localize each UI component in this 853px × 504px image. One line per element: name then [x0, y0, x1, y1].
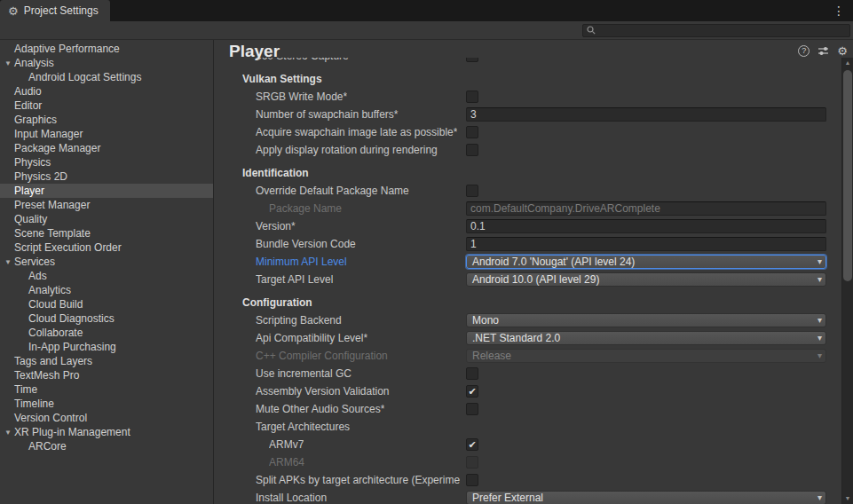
checkbox[interactable]: [466, 126, 478, 138]
sidebar-item-adaptive-performance[interactable]: Adaptive Performance: [0, 42, 213, 56]
section-row: Identification: [214, 164, 853, 182]
sidebar-item-label: Adaptive Performance: [14, 43, 120, 55]
sidebar-item-label: Physics: [14, 156, 51, 169]
dropdown-arrow-icon: ▾: [817, 273, 822, 286]
sidebar-item-label: Cloud Build: [28, 298, 83, 311]
sidebar-item-textmesh-pro[interactable]: TextMesh Pro: [0, 368, 213, 382]
checkbox[interactable]: [466, 58, 478, 62]
foldout-arrow-icon[interactable]: ▼: [3, 56, 13, 70]
setting-label: Target Architectures: [256, 421, 350, 433]
sidebar-item-player[interactable]: Player: [0, 184, 213, 198]
checkbox[interactable]: [466, 144, 478, 156]
sidebar-item-label: Quality: [14, 213, 47, 225]
setting-label: Scripting Backend: [256, 314, 342, 327]
sidebar-item-label: Package Manager: [14, 142, 100, 154]
preset-sliders-icon[interactable]: [817, 45, 829, 57]
dropdown-value: Prefer External: [472, 492, 543, 504]
sidebar-item-arcore[interactable]: ARCore: [0, 439, 213, 453]
dropdown[interactable]: Prefer External▾: [466, 491, 826, 504]
checkbox[interactable]: [466, 474, 478, 486]
tab-label: Project Settings: [24, 4, 99, 17]
sidebar-item-scene-template[interactable]: Scene Template: [0, 226, 213, 240]
dropdown[interactable]: Android 7.0 'Nougat' (API level 24)▾: [466, 255, 826, 269]
checkbox[interactable]: [466, 185, 478, 197]
text-field[interactable]: [466, 219, 826, 233]
setting-row: Number of swapchain buffers*: [214, 106, 853, 123]
dropdown-arrow-icon: ▾: [817, 492, 822, 504]
dropdown[interactable]: Mono▾: [466, 313, 826, 327]
setting-row: Scripting BackendMono▾: [214, 311, 853, 329]
text-field[interactable]: [466, 107, 826, 122]
window-menu-icon[interactable]: ⋮: [825, 4, 853, 18]
checkbox[interactable]: ✔: [466, 385, 478, 398]
sidebar-item-preset-manager[interactable]: Preset Manager: [0, 198, 213, 212]
settings-list: 360 Stereo CaptureVulkan SettingsSRGB Wr…: [214, 58, 853, 504]
setting-row: Override Default Package Name: [214, 182, 853, 200]
scrollbar-thumb[interactable]: [843, 70, 852, 281]
help-icon[interactable]: ?: [798, 45, 810, 57]
text-field: [466, 201, 826, 216]
search-input[interactable]: [599, 25, 846, 36]
setting-label: ARM64: [269, 456, 304, 469]
toolbar: [0, 21, 853, 40]
sidebar-item-label: Analysis: [14, 57, 54, 69]
sidebar-item-quality[interactable]: Quality: [0, 212, 213, 226]
sidebar-item-label: Android Logcat Settings: [28, 71, 141, 83]
sidebar-item-label: Preset Manager: [14, 199, 90, 211]
sidebar-item-physics[interactable]: Physics: [0, 155, 213, 169]
dropdown-arrow-icon: ▾: [817, 314, 822, 327]
sidebar-item-time[interactable]: Time: [0, 382, 213, 397]
setting-label: Number of swapchain buffers*: [256, 108, 399, 121]
dropdown[interactable]: Android 10.0 (API level 29)▾: [466, 272, 826, 287]
setting-row: Acquire swapchain image late as possible…: [214, 123, 853, 141]
sidebar-item-xr-plug-in-management[interactable]: ▼XR Plug-in Management: [0, 425, 213, 439]
sidebar-item-ads[interactable]: Ads: [0, 269, 213, 283]
sidebar-item-script-execution-order[interactable]: Script Execution Order: [0, 240, 213, 255]
text-field[interactable]: [466, 237, 826, 251]
sidebar-item-label: ARCore: [28, 440, 67, 453]
sidebar-item-physics-2d[interactable]: Physics 2D: [0, 169, 213, 184]
sidebar-item-cloud-diagnostics[interactable]: Cloud Diagnostics: [0, 311, 213, 326]
sidebar-item-graphics[interactable]: Graphics: [0, 113, 213, 127]
sidebar-item-timeline[interactable]: Timeline: [0, 397, 213, 411]
sidebar-item-analytics[interactable]: Analytics: [0, 283, 213, 297]
setting-row: Apply display rotation during rendering: [214, 141, 853, 159]
gear-icon[interactable]: ⚙: [837, 44, 848, 58]
dropdown-value: Mono: [472, 314, 499, 327]
scroll-up-icon[interactable]: ▲: [842, 58, 853, 68]
panel-header-icons: ? ⚙: [798, 44, 848, 58]
dropdown-value: Android 7.0 'Nougat' (API level 24): [472, 256, 635, 268]
sidebar-item-version-control[interactable]: Version Control: [0, 411, 213, 425]
sidebar-item-label: Cloud Diagnostics: [28, 312, 115, 325]
vertical-scrollbar[interactable]: ▲ ▼: [841, 58, 853, 504]
sidebar-item-input-manager[interactable]: Input Manager: [0, 127, 213, 141]
checkbox[interactable]: [466, 91, 478, 103]
sidebar-item-audio[interactable]: Audio: [0, 84, 213, 98]
checkbox[interactable]: [466, 367, 478, 380]
dropdown[interactable]: .NET Standard 2.0▾: [466, 331, 826, 345]
sidebar-item-analysis[interactable]: ▼Analysis: [0, 56, 213, 70]
setting-label: Override Default Package Name: [256, 185, 409, 197]
sidebar-item-tags-and-layers[interactable]: Tags and Layers: [0, 354, 213, 368]
section-row: Vulkan Settings: [214, 70, 853, 88]
sidebar-item-label: Scene Template: [14, 227, 91, 240]
sidebar-item-cloud-build[interactable]: Cloud Build: [0, 297, 213, 311]
foldout-arrow-icon[interactable]: ▼: [3, 425, 13, 439]
setting-label: Api Compatibility Level*: [256, 332, 367, 344]
scroll-down-icon[interactable]: ▼: [842, 493, 853, 504]
foldout-arrow-icon[interactable]: ▼: [3, 255, 13, 269]
setting-row: Install LocationPrefer External▾: [214, 489, 853, 504]
sidebar-item-package-manager[interactable]: Package Manager: [0, 141, 213, 155]
sidebar-item-services[interactable]: ▼Services: [0, 255, 213, 269]
checkbox[interactable]: [466, 403, 478, 415]
sidebar-item-label: TextMesh Pro: [14, 369, 79, 382]
tab-project-settings[interactable]: ⚙ Project Settings: [0, 0, 110, 21]
sidebar-item-label: Tags and Layers: [14, 355, 92, 367]
sidebar-item-android-logcat-settings[interactable]: Android Logcat Settings: [0, 70, 213, 84]
sidebar-item-editor[interactable]: Editor: [0, 98, 213, 113]
sidebar-item-collaborate[interactable]: Collaborate: [0, 326, 213, 340]
search-box[interactable]: [582, 24, 850, 37]
checkbox[interactable]: ✔: [466, 438, 478, 451]
sidebar-item-in-app-purchasing[interactable]: In-App Purchasing: [0, 340, 213, 354]
titlebar: ⚙ Project Settings ⋮: [0, 0, 853, 21]
